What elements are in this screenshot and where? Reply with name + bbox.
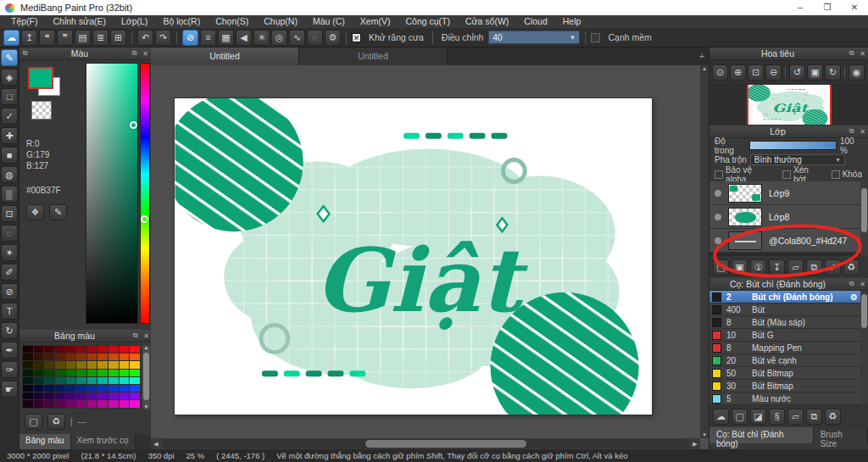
palette-swatch[interactable] (66, 370, 76, 376)
blend-dropdown[interactable]: Bình thường ▼ (750, 154, 845, 165)
saturation-value-picker[interactable] (86, 63, 138, 324)
close-icon[interactable]: ✕ (857, 128, 868, 136)
bucket-tool[interactable]: ◍ (1, 166, 18, 183)
delete-swatch-icon[interactable]: ♻ (47, 414, 65, 430)
palette-swatch[interactable] (66, 377, 76, 384)
palette-swatch[interactable] (97, 361, 108, 368)
palette-swatch[interactable] (55, 370, 65, 376)
navigator-thumbnail[interactable] (747, 85, 832, 125)
palette-swatch[interactable] (130, 370, 140, 376)
magic-wand-tool[interactable]: ✶ (1, 244, 18, 261)
layer-checkbox-1[interactable] (782, 170, 791, 179)
snap-off-icon[interactable]: ⊘ (182, 30, 198, 46)
palette-swatch[interactable] (34, 361, 44, 368)
shape-brush-tool[interactable]: □ (1, 88, 18, 105)
share-icon[interactable]: ↥ (21, 30, 37, 46)
palette-swatch[interactable] (55, 361, 65, 368)
transfer-layer-icon[interactable]: ⇗ (825, 259, 841, 276)
palette-swatch[interactable] (34, 346, 44, 353)
palette-swatch[interactable] (76, 346, 86, 353)
palette-swatch[interactable] (87, 377, 97, 384)
menu-item-7[interactable]: Xem(V) (353, 15, 398, 28)
snap-vanish-icon[interactable]: ◀ (236, 30, 252, 46)
palette-swatch[interactable] (120, 385, 130, 392)
transparent-color-swatch[interactable] (31, 101, 52, 120)
foreground-color-swatch[interactable] (28, 67, 53, 89)
layer-checkbox-0[interactable] (715, 170, 723, 179)
palette-swatch[interactable] (76, 361, 86, 368)
palette-swatch[interactable] (97, 353, 108, 360)
menu-item-3[interactable]: Bộ lọc(R) (155, 15, 208, 28)
close-icon[interactable]: ✕ (140, 50, 151, 58)
chat-icon[interactable]: ❞ (57, 30, 73, 46)
lock-rotation-icon[interactable]: ◉ (849, 64, 865, 81)
snap-parallel-icon[interactable]: ≡ (200, 30, 216, 46)
menu-item-4[interactable]: Chọn(S) (208, 15, 256, 28)
menu-item-11[interactable]: Help (555, 15, 589, 28)
snap-grid-icon[interactable]: ▦ (218, 30, 234, 46)
palette-swatch[interactable] (34, 385, 44, 392)
brush-row-7[interactable]: 30 Bút Bitmap (709, 380, 868, 392)
palette-swatch[interactable] (44, 392, 54, 399)
menu-item-0[interactable]: Tệp(F) (3, 15, 46, 28)
new-1bit-layer-icon[interactable]: ① (750, 259, 766, 276)
palette-swatch[interactable] (55, 385, 65, 392)
hue-slider[interactable] (140, 63, 150, 324)
brush-row-3[interactable]: 10 Bút G (709, 329, 868, 342)
layer-row-0[interactable]: Lớp9 (709, 181, 868, 205)
antialias-checkbox[interactable]: ✕ (352, 33, 361, 42)
new-tab-button[interactable]: + (695, 47, 709, 65)
zoom-out-icon[interactable]: ⊖ (765, 64, 782, 81)
scroll-down-icon[interactable]: ▼ (700, 432, 709, 437)
palette-swatch[interactable] (108, 385, 119, 392)
layer-visibility-icon[interactable] (715, 214, 721, 220)
close-button[interactable]: ✕ (841, 0, 868, 15)
palette-swatch[interactable] (23, 361, 33, 368)
new-folder-icon[interactable]: ▱ (787, 259, 804, 276)
palette-swatch[interactable] (66, 346, 76, 353)
palette-swatch[interactable] (120, 377, 130, 384)
eraser-tool[interactable]: ◈ (1, 69, 18, 86)
scroll-down-icon[interactable]: ▼ (142, 404, 150, 409)
palette-swatch[interactable] (34, 392, 44, 399)
menu-item-8[interactable]: Công cụ(T) (398, 15, 458, 28)
palette-swatch[interactable] (34, 353, 44, 360)
palette-swatch[interactable] (44, 370, 54, 376)
fill-shape-tool[interactable]: ■ (1, 147, 18, 164)
canvas[interactable] (174, 97, 653, 415)
comment-icon[interactable]: ❝ (39, 30, 55, 46)
popout-icon[interactable]: ⧉ (129, 49, 140, 58)
brush-tool[interactable]: ✎ (1, 49, 18, 66)
palette-swatch[interactable] (66, 392, 76, 399)
palette-swatch[interactable] (55, 346, 65, 353)
soft-edge-checkbox[interactable] (591, 33, 600, 42)
palette-swatch[interactable] (76, 353, 86, 360)
div-tool[interactable]: ✒ (1, 342, 18, 359)
canvas-settings-icon[interactable]: ⊞ (110, 30, 126, 46)
palette-swatch[interactable] (66, 353, 76, 360)
brush-tab-1[interactable]: Brush Size (814, 427, 868, 443)
delete-layer-icon[interactable]: ♻ (843, 259, 860, 276)
menu-item-10[interactable]: Cloud (516, 15, 554, 28)
palette-swatch[interactable] (97, 370, 108, 376)
palette-swatch[interactable] (97, 400, 108, 407)
popout-icon[interactable]: ⧉ (19, 49, 31, 58)
palette-swatch[interactable] (130, 385, 140, 392)
palette-swatch[interactable] (23, 370, 33, 376)
scrollbar-thumb[interactable] (861, 188, 867, 232)
palette-swatch[interactable] (120, 346, 130, 353)
workspace[interactable] (151, 65, 700, 438)
gear-icon[interactable]: ⚙ (850, 292, 858, 302)
brush-tab-0[interactable]: Cọ: Bút chì (Đánh bóng) (709, 427, 814, 443)
duplicate-layer-icon[interactable]: ⧉ (806, 259, 822, 276)
palette-swatch[interactable] (23, 377, 33, 384)
zoom-100-icon[interactable]: ⊙ (712, 64, 728, 81)
palette-swatch[interactable] (76, 370, 86, 376)
palette-swatch[interactable] (108, 377, 119, 384)
palette-swatch[interactable] (87, 400, 97, 407)
delete-brush-icon[interactable]: ♻ (825, 409, 841, 425)
palette-swatch[interactable] (44, 377, 54, 384)
rotate-right-icon[interactable]: ↻ (825, 64, 841, 81)
popout-icon[interactable]: ⧉ (846, 280, 857, 288)
brush-folder-icon[interactable]: ▱ (787, 409, 804, 425)
